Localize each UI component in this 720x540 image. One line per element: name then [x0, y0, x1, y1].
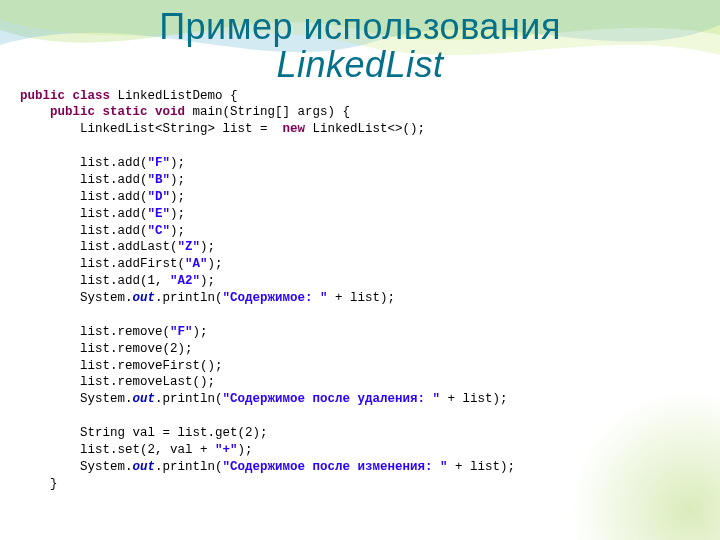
code-block: public class LinkedListDemo { public sta… [20, 88, 720, 493]
title-emphasis: LinkedList [276, 44, 443, 85]
slide-title: Пример использования LinkedList [0, 0, 720, 84]
title-main: Пример использования [159, 6, 561, 47]
